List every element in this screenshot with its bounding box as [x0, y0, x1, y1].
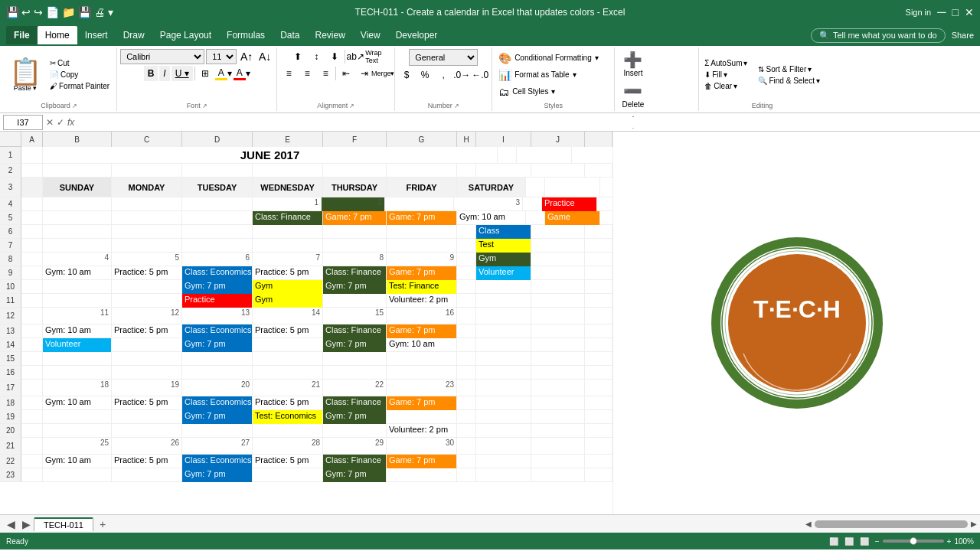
tab-page-layout[interactable]: Page Layout: [152, 26, 219, 44]
cell-f14-gym[interactable]: Gym: 7 pm: [323, 338, 387, 352]
cell-c9-practice[interactable]: Practice: 5 pm: [112, 266, 182, 280]
row-num-9[interactable]: 9: [0, 266, 21, 280]
cell-j17[interactable]: [531, 380, 585, 396]
page-break-view-btn[interactable]: ⬜: [860, 537, 869, 546]
format-as-table-btn[interactable]: 📊 Format as Table ▾: [495, 67, 602, 83]
clipboard-expand[interactable]: ↗: [72, 103, 77, 109]
cell-g20-vol2pm[interactable]: Volunteer: 2 pm: [387, 424, 457, 438]
cell-j11[interactable]: [531, 294, 585, 308]
save-icon[interactable]: 💾: [78, 6, 91, 18]
cell-c20[interactable]: [112, 424, 182, 438]
font-color-btn[interactable]: A ▾: [234, 66, 250, 81]
cell-c17-19[interactable]: 19: [112, 380, 182, 396]
cell-g16[interactable]: [387, 366, 457, 380]
cell-c19[interactable]: [112, 410, 182, 424]
angle-text-btn[interactable]: ab↗: [347, 49, 364, 64]
cell-j7[interactable]: [531, 239, 585, 253]
print-icon[interactable]: 🖨: [94, 6, 105, 18]
cell-h17[interactable]: [457, 380, 476, 396]
cell-e6[interactable]: [253, 225, 323, 239]
col-header-g[interactable]: G: [387, 132, 457, 147]
cell-e2[interactable]: [253, 164, 323, 178]
row-num-17[interactable]: 17: [0, 380, 21, 396]
col-header-h[interactable]: H: [457, 132, 476, 147]
zoom-out-btn[interactable]: −: [875, 537, 880, 546]
cell-h6[interactable]: [457, 225, 476, 239]
cell-b2[interactable]: [43, 164, 112, 178]
tab-formulas[interactable]: Formulas: [219, 26, 273, 44]
cell-f12-15[interactable]: 15: [323, 308, 387, 324]
row-num-13[interactable]: 13: [0, 324, 21, 338]
cell-i18[interactable]: [476, 396, 531, 410]
col-header-f[interactable]: F: [323, 132, 387, 147]
cell-h7[interactable]: [457, 239, 476, 253]
cell-f18-class-finance[interactable]: Class: Finance: [323, 396, 387, 410]
cell-i9-legend-volunteer[interactable]: Volunteer: [476, 266, 531, 280]
row-num-8[interactable]: 8: [0, 253, 21, 266]
tab-insert[interactable]: Insert: [77, 26, 116, 44]
col-header-d[interactable]: D: [182, 132, 253, 147]
cell-i8-legend-gym[interactable]: Gym: [476, 253, 531, 266]
cell-b23[interactable]: [43, 468, 112, 482]
cut-btn[interactable]: ✂ Cut: [47, 58, 112, 68]
cell-c13-practice[interactable]: Practice: 5 pm: [112, 324, 182, 338]
cell-j9[interactable]: [531, 266, 585, 280]
cell-d17-20[interactable]: 20: [182, 380, 253, 396]
cell-e17-21[interactable]: 21: [253, 380, 323, 396]
cell-d19-gym7pm[interactable]: Gym: 7 pm: [182, 410, 253, 424]
cell-h13[interactable]: [457, 324, 476, 338]
cell-j10[interactable]: [531, 280, 585, 294]
cell-g19[interactable]: [387, 410, 457, 424]
cell-i3[interactable]: [545, 178, 600, 197]
cell-f23-gym[interactable]: Gym: 7 pm: [323, 468, 387, 482]
cell-j4[interactable]: [597, 197, 612, 211]
align-bottom-btn[interactable]: ⬇: [326, 49, 343, 64]
cell-a23[interactable]: [21, 468, 43, 482]
cell-b3-sunday[interactable]: SUNDAY: [43, 178, 112, 197]
cell-c16[interactable]: [112, 366, 182, 380]
formula-input[interactable]: [77, 117, 977, 128]
cell-j1[interactable]: [572, 147, 612, 163]
cell-reference-box[interactable]: I37: [3, 115, 43, 130]
cell-b14-volunteer[interactable]: Volunteer: [43, 338, 112, 352]
cell-c2[interactable]: [112, 164, 182, 178]
cell-i1[interactable]: [517, 147, 572, 163]
row-num-1[interactable]: 1: [0, 147, 21, 164]
cell-i13[interactable]: [476, 324, 531, 338]
row-num-7[interactable]: 7: [0, 239, 21, 253]
border-btn[interactable]: ⊞: [197, 66, 214, 81]
cell-f8-8[interactable]: 8: [323, 253, 387, 266]
cell-i17[interactable]: [476, 380, 531, 396]
cell-e22-practice[interactable]: Practice: 5 pm: [253, 455, 323, 468]
open-icon[interactable]: 📁: [62, 6, 75, 18]
cell-a12[interactable]: [21, 308, 43, 324]
cell-a4[interactable]: [21, 197, 43, 211]
cell-b7[interactable]: [43, 239, 112, 253]
row-num-15[interactable]: 15: [0, 352, 21, 366]
cell-g9-game[interactable]: Game: 7 pm: [387, 266, 457, 280]
cell-d15[interactable]: [182, 352, 253, 366]
row-num-20[interactable]: 20: [0, 424, 21, 438]
cell-j22[interactable]: [531, 455, 585, 468]
redo-icon[interactable]: ↪: [34, 6, 43, 18]
row-num-11[interactable]: 11: [0, 294, 21, 308]
cell-j5[interactable]: [600, 211, 612, 225]
cell-a19[interactable]: [21, 410, 43, 424]
col-header-j[interactable]: J: [531, 132, 585, 147]
cell-b13-gym[interactable]: Gym: 10 am: [43, 324, 112, 338]
minimize-btn[interactable]: ─: [937, 5, 946, 19]
restore-btn[interactable]: □: [952, 6, 959, 18]
align-middle-btn[interactable]: ↕: [308, 49, 325, 64]
cell-j2[interactable]: [531, 164, 585, 178]
cell-a5[interactable]: [21, 211, 43, 225]
cell-a17[interactable]: [21, 380, 43, 396]
cell-j19[interactable]: [531, 410, 585, 424]
wrap-text-btn[interactable]: Wrap Text: [365, 49, 382, 64]
cell-e15[interactable]: [253, 352, 323, 366]
cell-f16[interactable]: [323, 366, 387, 380]
cell-b19[interactable]: [43, 410, 112, 424]
number-format-select[interactable]: General: [409, 49, 478, 66]
cell-b21-25[interactable]: 25: [43, 438, 112, 454]
insert-btn[interactable]: ➕ Insert: [618, 49, 648, 79]
decrease-font-btn[interactable]: A↓: [256, 49, 273, 64]
